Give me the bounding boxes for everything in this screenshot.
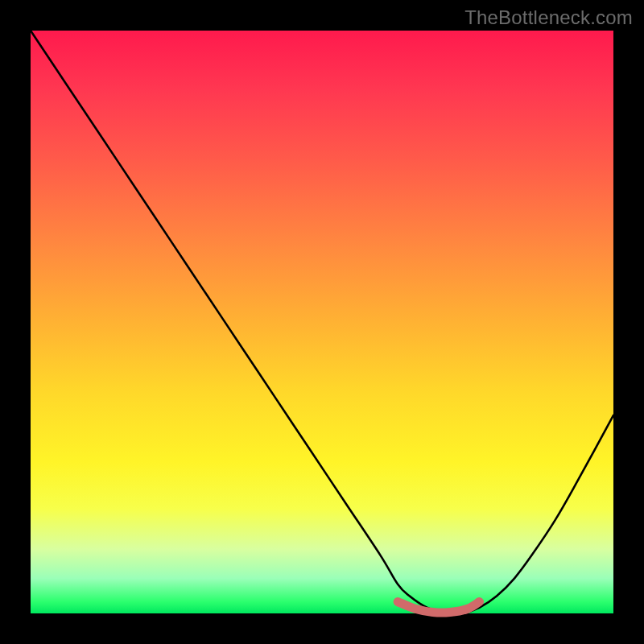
- plot-area: [31, 31, 613, 613]
- chart-frame: TheBottleneck.com: [0, 0, 644, 644]
- bottleneck-curve: [31, 31, 613, 614]
- curve-layer: [31, 31, 613, 613]
- optimal-range-marker: [398, 602, 479, 613]
- watermark-text: TheBottleneck.com: [464, 6, 633, 29]
